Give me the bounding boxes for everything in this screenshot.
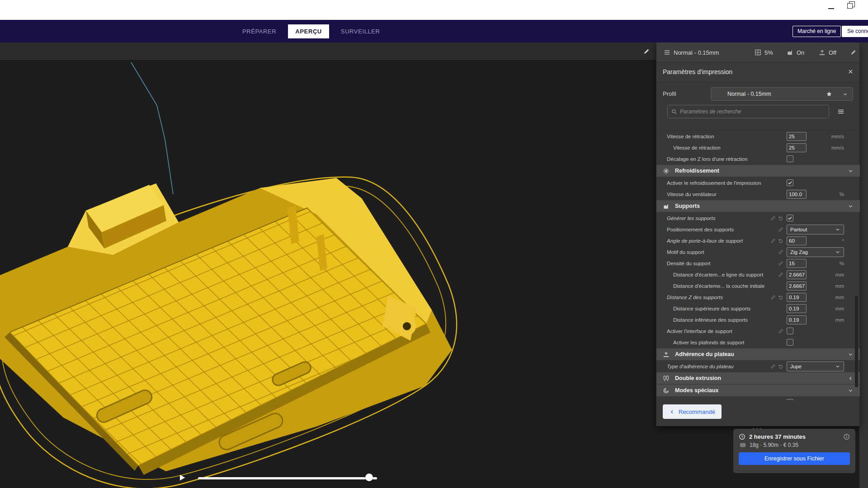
- section-supports[interactable]: Supports: [656, 200, 860, 212]
- section-refroidissement[interactable]: Refroidissement: [656, 165, 860, 177]
- setting-label: Positionnement des supports: [667, 227, 778, 232]
- setting-row-activer-les-plafonds-de-support: Activer les plafonds de support: [656, 337, 860, 348]
- section-double-extrusion[interactable]: Double extrusion: [656, 372, 860, 384]
- profile-summary[interactable]: Normal - 0.15mm: [664, 49, 719, 56]
- link-icon[interactable]: [770, 238, 776, 244]
- settings-scrollbar[interactable]: [855, 296, 858, 387]
- layer-playback-slider[interactable]: [198, 477, 377, 479]
- search-input[interactable]: [680, 108, 825, 115]
- tab-preview[interactable]: APERÇU: [288, 24, 329, 38]
- settings-search[interactable]: [667, 105, 829, 118]
- slider-handle[interactable]: [365, 474, 373, 481]
- setting-label: Distance inférieure des supports: [673, 317, 783, 323]
- checkbox[interactable]: [787, 179, 793, 186]
- stage-tabs: PRÉPARER APERÇU SURVEILLER: [235, 20, 387, 42]
- setting-control: 0.19mm: [787, 304, 844, 313]
- revert-icon[interactable]: [778, 216, 783, 221]
- link-icon[interactable]: [770, 295, 776, 300]
- value-dropdown[interactable]: Partout: [787, 225, 844, 235]
- checkbox[interactable]: [787, 155, 793, 162]
- value-input[interactable]: 25: [787, 132, 807, 141]
- chevron-down-icon: [835, 227, 840, 232]
- setting-row-distance-inferieure-des-supports: Distance inférieure des supports0.19mm: [656, 314, 860, 325]
- link-icon[interactable]: [778, 227, 783, 232]
- chevron-down-icon[interactable]: [848, 352, 854, 357]
- value-input[interactable]: 100.0: [787, 190, 807, 199]
- chevron-down-icon[interactable]: [848, 203, 854, 209]
- menu-icon[interactable]: [837, 108, 844, 117]
- model-boss-hole: [403, 322, 411, 330]
- link-icon[interactable]: [770, 364, 776, 369]
- value-input[interactable]: 2.6667: [787, 270, 807, 279]
- star-icon[interactable]: [826, 91, 832, 97]
- checkbox[interactable]: [787, 328, 793, 334]
- section-modes-speciaux[interactable]: Modes spéciaux: [656, 385, 860, 396]
- value-input[interactable]: 0.19: [787, 315, 807, 324]
- revert-icon[interactable]: [778, 238, 783, 244]
- close-icon[interactable]: [847, 68, 854, 77]
- value-dropdown[interactable]: Jupe: [787, 361, 844, 371]
- value-input[interactable]: 15: [787, 259, 807, 268]
- value-input[interactable]: 0.19: [787, 304, 807, 313]
- dropdown-value: Partout: [790, 227, 807, 232]
- unit-label: mm: [835, 295, 844, 300]
- setting-row-distance-z-des-supports: Distance Z des supports0.19mm: [656, 291, 860, 303]
- profile-dropdown[interactable]: Normal - 0.15mm: [711, 87, 853, 101]
- setting-row-vitesse-de-retraction: Vitesse de rétraction25mm/s: [656, 142, 860, 153]
- recommended-button[interactable]: Recommandé: [663, 404, 722, 419]
- profile-dropdown-value: Normal - 0.15mm: [727, 91, 771, 97]
- checkbox[interactable]: [787, 215, 793, 221]
- buildplate-boundary-line: [131, 62, 173, 194]
- support-summary[interactable]: On: [787, 49, 804, 56]
- setting-icons: [770, 238, 783, 244]
- play-icon[interactable]: [178, 474, 186, 483]
- value-input[interactable]: 2.6667: [787, 282, 807, 291]
- marketplace-button[interactable]: Marché en ligne: [793, 26, 841, 37]
- section-adherence-du-plateau[interactable]: Adhérence du plateau: [656, 348, 860, 360]
- restore-icon[interactable]: [847, 3, 853, 9]
- sign-in-button[interactable]: Se connecter: [842, 26, 868, 37]
- save-to-file-button[interactable]: Enregistrer sous Fichier: [739, 452, 850, 465]
- tab-monitor[interactable]: SURVEILLER: [334, 24, 387, 38]
- special-icon: [663, 387, 671, 394]
- setting-control: Jupe: [787, 361, 844, 371]
- checkbox[interactable]: [787, 339, 793, 346]
- link-icon[interactable]: [778, 328, 783, 334]
- chevron-down-icon[interactable]: [848, 168, 854, 174]
- edit-settings-pencil[interactable]: [850, 49, 857, 56]
- revert-icon[interactable]: [778, 364, 783, 369]
- value-dropdown[interactable]: Zig Zag: [787, 247, 844, 257]
- setting-row-vitesse-du-ventilateur: Vitesse du ventilateur100.0%: [656, 188, 860, 200]
- print-settings-panel: Normal - 0.15mm 5% On Off Paramètres d'i…: [656, 42, 859, 426]
- link-icon[interactable]: [770, 216, 776, 221]
- checkbox[interactable]: [787, 399, 793, 400]
- profile-label: Profil: [663, 90, 676, 97]
- setting-row-densite-du-support: Densité du support15%: [656, 258, 860, 269]
- chevron-down-icon[interactable]: [848, 388, 854, 394]
- link-icon[interactable]: [778, 272, 783, 277]
- adhesion-summary[interactable]: Off: [819, 49, 836, 56]
- dropdown-value: Zig Zag: [790, 249, 808, 255]
- value-input[interactable]: 0.19: [787, 293, 807, 302]
- extruder-icon: [663, 375, 671, 382]
- link-icon[interactable]: [778, 261, 783, 266]
- minimize-icon[interactable]: [828, 8, 834, 9]
- setting-control: [787, 399, 844, 400]
- unit-label: °: [842, 238, 844, 244]
- pencil-icon[interactable]: [643, 48, 650, 57]
- value-input[interactable]: 25: [787, 143, 807, 152]
- spool-icon: [740, 442, 746, 448]
- link-icon[interactable]: [778, 249, 783, 255]
- info-icon[interactable]: [843, 433, 850, 440]
- 3d-viewport[interactable]: [0, 42, 656, 488]
- infill-summary[interactable]: 5%: [755, 49, 773, 56]
- setting-row-positionnement-des-supports: Positionnement des supportsPartout: [656, 224, 860, 235]
- value-input[interactable]: 60: [787, 236, 807, 245]
- setting-control: [787, 328, 844, 334]
- tab-prepare[interactable]: PRÉPARER: [235, 24, 283, 38]
- fan-icon: [663, 168, 671, 174]
- print-setup-summary[interactable]: Normal - 0.15mm 5% On Off: [656, 42, 859, 62]
- revert-icon[interactable]: [778, 295, 783, 300]
- section-label: Modes spéciaux: [675, 387, 848, 394]
- chevron-left-icon[interactable]: [848, 375, 854, 381]
